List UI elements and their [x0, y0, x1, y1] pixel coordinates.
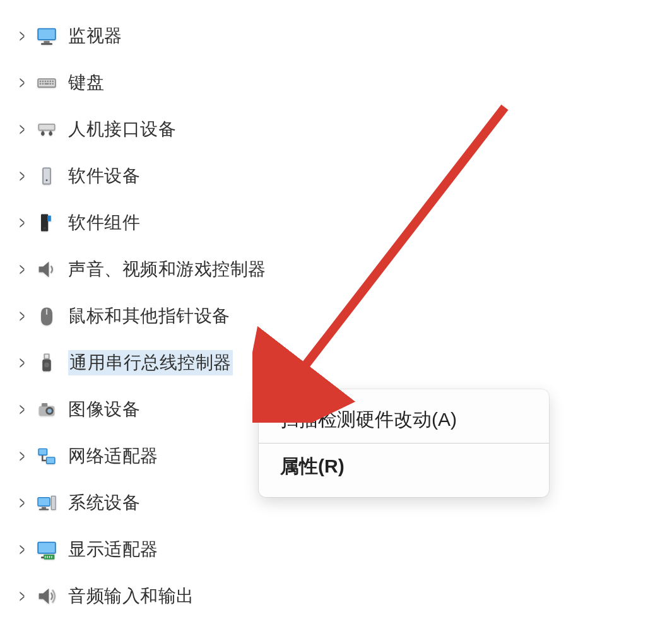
- tree-item-softdev[interactable]: >软件设备: [8, 153, 672, 199]
- chevron-right-icon[interactable]: >: [16, 585, 28, 607]
- speakerio-icon: [32, 585, 62, 608]
- chevron-right-icon[interactable]: >: [16, 25, 28, 47]
- tree-item-label: 鼠标和其他指针设备: [68, 304, 230, 328]
- usb-icon: [32, 351, 62, 374]
- menu-scan-hardware[interactable]: 扫描检测硬件改动(A): [278, 401, 534, 439]
- tree-item-label: 网络适配器: [68, 444, 158, 468]
- chevron-right-icon[interactable]: >: [16, 212, 28, 233]
- tree-item-display[interactable]: >显示适配器: [8, 526, 672, 573]
- tree-item-label: 声音、视频和游戏控制器: [68, 257, 266, 281]
- tree-item-label: 音频输入和输出: [68, 584, 194, 608]
- tree-item-label: 键盘: [68, 71, 104, 95]
- chevron-right-icon[interactable]: >: [16, 539, 28, 560]
- chevron-right-icon[interactable]: >: [16, 72, 28, 93]
- tree-item-label: 系统设备: [68, 491, 140, 515]
- speaker-icon: [32, 258, 62, 281]
- tree-item-sound[interactable]: >声音、视频和游戏控制器: [8, 246, 672, 293]
- chevron-right-icon[interactable]: >: [16, 492, 28, 514]
- tree-item-monitors[interactable]: >监视器: [8, 13, 672, 59]
- menu-separator: [259, 443, 549, 444]
- keyboard-icon: [32, 71, 62, 94]
- tree-item-label: 通用串行总线控制器: [68, 350, 233, 375]
- chevron-right-icon[interactable]: >: [16, 259, 28, 280]
- chevron-right-icon[interactable]: >: [16, 399, 28, 420]
- monitor-icon: [32, 25, 62, 47]
- tree-item-label: 人机接口设备: [68, 117, 176, 141]
- camera-icon: [32, 398, 62, 421]
- chevron-right-icon[interactable]: >: [16, 352, 28, 373]
- tree-item-label: 软件设备: [68, 164, 140, 188]
- chevron-right-icon[interactable]: >: [16, 119, 28, 140]
- tree-item-mouse[interactable]: >鼠标和其他指针设备: [8, 293, 672, 339]
- tree-item-label: 软件组件: [68, 211, 140, 235]
- chevron-right-icon[interactable]: >: [16, 445, 28, 467]
- chevron-right-icon[interactable]: >: [16, 305, 28, 327]
- display-icon: [32, 538, 62, 561]
- hid-icon: [32, 118, 62, 141]
- device-tree: >监视器>键盘>人机接口设备>软件设备>软件组件>声音、视频和游戏控制器>鼠标和…: [0, 13, 672, 617]
- tree-item-usb[interactable]: >通用串行总线控制器: [8, 339, 672, 386]
- tree-item-audioio[interactable]: >音频输入和输出: [8, 573, 672, 617]
- tree-item-label: 监视器: [68, 24, 122, 48]
- softdev-icon: [32, 165, 62, 187]
- system-icon: [32, 491, 62, 514]
- tree-item-label: 图像设备: [68, 397, 140, 421]
- softcomp-icon: [32, 211, 62, 234]
- context-menu: 扫描检测硬件改动(A) 属性(R): [259, 389, 549, 497]
- menu-properties[interactable]: 属性(R): [278, 447, 534, 486]
- chevron-right-icon[interactable]: >: [16, 165, 28, 187]
- network-icon: [32, 445, 62, 467]
- tree-item-label: 显示适配器: [68, 538, 158, 561]
- tree-item-keyboards[interactable]: >键盘: [8, 59, 672, 106]
- tree-item-hid[interactable]: >人机接口设备: [8, 106, 672, 153]
- mouse-icon: [32, 305, 62, 327]
- tree-item-softcomp[interactable]: >软件组件: [8, 199, 672, 246]
